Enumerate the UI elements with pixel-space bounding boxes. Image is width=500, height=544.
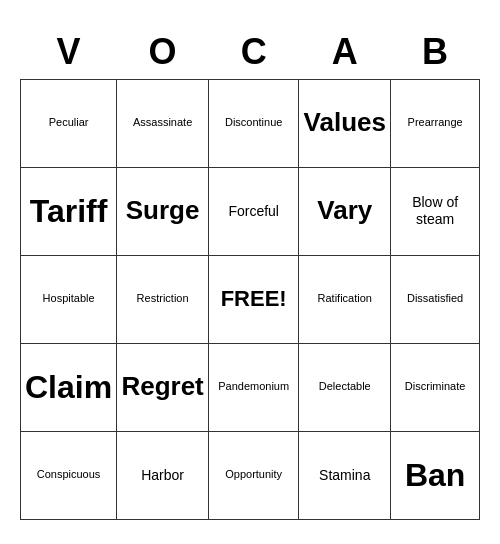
bingo-cell[interactable]: Blow of steam: [391, 167, 480, 255]
bingo-cell[interactable]: Stamina: [299, 431, 391, 519]
bingo-cell[interactable]: Vary: [299, 167, 391, 255]
header-cell: O: [117, 25, 209, 80]
table-row: HospitableRestrictionFREE!RatificationDi…: [21, 255, 480, 343]
bingo-cell[interactable]: Prearrange: [391, 79, 480, 167]
bingo-cell[interactable]: Harbor: [117, 431, 209, 519]
header-cell: A: [299, 25, 391, 80]
bingo-cell[interactable]: Values: [299, 79, 391, 167]
bingo-cell[interactable]: Conspicuous: [21, 431, 117, 519]
header-row: VOCAB: [21, 25, 480, 80]
bingo-cell[interactable]: Opportunity: [209, 431, 299, 519]
bingo-cell[interactable]: Ban: [391, 431, 480, 519]
bingo-card: VOCAB PeculiarAssassinateDiscontinueValu…: [20, 25, 480, 520]
bingo-cell[interactable]: Forceful: [209, 167, 299, 255]
bingo-cell[interactable]: Delectable: [299, 343, 391, 431]
header-cell: B: [391, 25, 480, 80]
table-row: PeculiarAssassinateDiscontinueValuesPrea…: [21, 79, 480, 167]
table-row: ConspicuousHarborOpportunityStaminaBan: [21, 431, 480, 519]
table-row: TariffSurgeForcefulVaryBlow of steam: [21, 167, 480, 255]
bingo-cell[interactable]: Hospitable: [21, 255, 117, 343]
bingo-cell[interactable]: Dissatisfied: [391, 255, 480, 343]
bingo-cell[interactable]: Pandemonium: [209, 343, 299, 431]
header-cell: C: [209, 25, 299, 80]
bingo-cell[interactable]: Discriminate: [391, 343, 480, 431]
bingo-cell[interactable]: FREE!: [209, 255, 299, 343]
bingo-cell[interactable]: Regret: [117, 343, 209, 431]
bingo-cell[interactable]: Claim: [21, 343, 117, 431]
bingo-cell[interactable]: Peculiar: [21, 79, 117, 167]
table-row: ClaimRegretPandemoniumDelectableDiscrimi…: [21, 343, 480, 431]
header-cell: V: [21, 25, 117, 80]
bingo-cell[interactable]: Discontinue: [209, 79, 299, 167]
bingo-cell[interactable]: Assassinate: [117, 79, 209, 167]
bingo-cell[interactable]: Tariff: [21, 167, 117, 255]
bingo-cell[interactable]: Restriction: [117, 255, 209, 343]
bingo-cell[interactable]: Ratification: [299, 255, 391, 343]
bingo-cell[interactable]: Surge: [117, 167, 209, 255]
